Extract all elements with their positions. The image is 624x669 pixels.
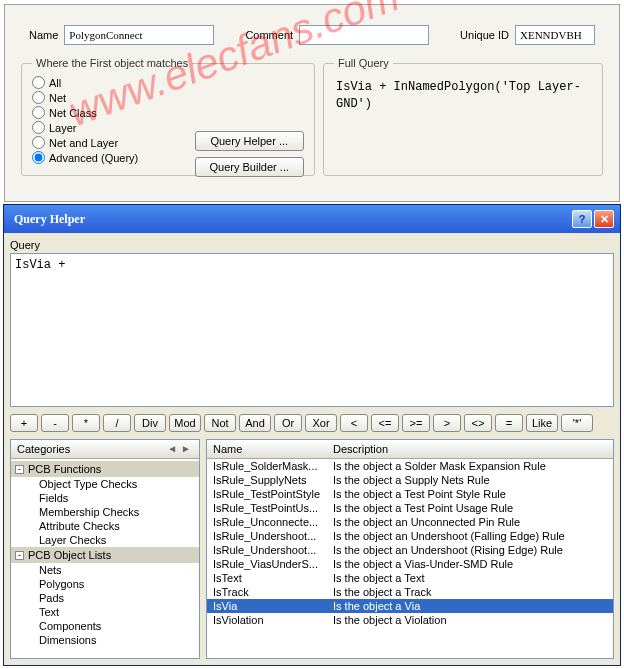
query-builder-button[interactable]: Query Builder ... <box>195 157 304 177</box>
op-button-Mod[interactable]: Mod <box>169 414 201 432</box>
tree-group[interactable]: -PCB Object Lists <box>11 547 199 563</box>
cell-name: IsRule_Undershoot... <box>213 544 333 556</box>
table-row[interactable]: IsRule_TestPointUs...Is the object a Tes… <box>207 501 613 515</box>
cell-name: IsRule_ViasUnderS... <box>213 558 333 570</box>
cell-name: IsRule_Undershoot... <box>213 530 333 542</box>
full-query-fieldset: Full Query IsVia + InNamedPolygon('Top L… <box>323 57 603 176</box>
tree-item[interactable]: Text <box>11 605 199 619</box>
tree-item[interactable]: Dimensions <box>11 633 199 647</box>
radio-all[interactable] <box>32 76 45 89</box>
table-pane: Name Description IsRule_SolderMask...Is … <box>206 439 614 659</box>
collapse-icon[interactable]: - <box>15 465 24 474</box>
op-button-[interactable]: + <box>10 414 38 432</box>
radio-layer[interactable] <box>32 121 45 134</box>
tree-group[interactable]: -PCB Functions <box>11 461 199 477</box>
table-row[interactable]: IsRule_Unconnecte...Is the object an Unc… <box>207 515 613 529</box>
op-button-Xor[interactable]: Xor <box>305 414 337 432</box>
op-button-[interactable]: - <box>41 414 69 432</box>
op-button-[interactable]: <= <box>371 414 399 432</box>
scroll-right-icon[interactable]: ► <box>179 443 193 455</box>
table-row[interactable]: IsTextIs the object a Text <box>207 571 613 585</box>
cell-name: IsTrack <box>213 586 333 598</box>
dialog-titlebar[interactable]: Query Helper ? ✕ <box>4 205 620 233</box>
categories-header: Categories <box>17 443 70 455</box>
table-row[interactable]: IsRule_Undershoot...Is the object an Und… <box>207 529 613 543</box>
table-row[interactable]: IsViaIs the object a Via <box>207 599 613 613</box>
cell-desc: Is the object a Test Point Style Rule <box>333 488 607 500</box>
unique-id-input[interactable] <box>515 25 595 45</box>
description-column-header[interactable]: Description <box>333 443 388 455</box>
table-row[interactable]: IsTrackIs the object a Track <box>207 585 613 599</box>
tree-group-label: PCB Functions <box>28 463 101 475</box>
tree-item[interactable]: Attribute Checks <box>11 519 199 533</box>
op-button-And[interactable]: And <box>239 414 271 432</box>
tree-item[interactable]: Polygons <box>11 577 199 591</box>
cell-desc: Is the object a Solder Mask Expansion Ru… <box>333 460 607 472</box>
query-helper-button[interactable]: Query Helper ... <box>195 131 304 151</box>
name-input[interactable] <box>64 25 214 45</box>
table-row[interactable]: IsRule_Undershoot...Is the object an Und… <box>207 543 613 557</box>
op-button-[interactable]: <> <box>464 414 492 432</box>
cell-desc: Is the object a Violation <box>333 614 607 626</box>
tree-item[interactable]: Fields <box>11 491 199 505</box>
tree-item[interactable]: Pads <box>11 591 199 605</box>
match-legend: Where the First object matches <box>32 57 192 69</box>
query-label: Query <box>10 239 614 251</box>
op-button-Div[interactable]: Div <box>134 414 166 432</box>
full-query-text: IsVia + InNamedPolygon('Top Layer-GND') <box>334 75 592 117</box>
radio-net[interactable] <box>32 91 45 104</box>
name-column-header[interactable]: Name <box>213 443 333 455</box>
cell-name: IsRule_Unconnecte... <box>213 516 333 528</box>
cell-desc: Is the object an Unconnected Pin Rule <box>333 516 607 528</box>
op-button-Like[interactable]: Like <box>526 414 558 432</box>
radio-netlayer[interactable] <box>32 136 45 149</box>
op-button-Or[interactable]: Or <box>274 414 302 432</box>
match-fieldset: Where the First object matches All Net N… <box>21 57 315 176</box>
table-row[interactable]: IsRule_SupplyNetsIs the object a Supply … <box>207 473 613 487</box>
cell-desc: Is the object an Undershoot (Rising Edge… <box>333 544 607 556</box>
cell-name: IsVia <box>213 600 333 612</box>
cell-name: IsRule_TestPointUs... <box>213 502 333 514</box>
tree-item[interactable]: Layer Checks <box>11 533 199 547</box>
tree-item[interactable]: Components <box>11 619 199 633</box>
cell-name: IsText <box>213 572 333 584</box>
op-button-[interactable]: >= <box>402 414 430 432</box>
unique-id-label: Unique ID <box>460 29 509 41</box>
cell-name: IsRule_TestPointStyle <box>213 488 333 500</box>
tree-item[interactable]: Nets <box>11 563 199 577</box>
table-row[interactable]: IsViolationIs the object a Violation <box>207 613 613 627</box>
cell-desc: Is the object a Supply Nets Rule <box>333 474 607 486</box>
table-row[interactable]: IsRule_ViasUnderS...Is the object a Vias… <box>207 557 613 571</box>
radio-netclass[interactable] <box>32 106 45 119</box>
dialog-title: Query Helper <box>14 212 85 227</box>
name-label: Name <box>29 29 58 41</box>
collapse-icon[interactable]: - <box>15 551 24 560</box>
op-button-[interactable]: = <box>495 414 523 432</box>
op-button-[interactable]: '*' <box>561 414 593 432</box>
cell-name: IsRule_SolderMask... <box>213 460 333 472</box>
op-button-[interactable]: * <box>72 414 100 432</box>
query-helper-dialog: Query Helper ? ✕ Query +-*/DivModNotAndO… <box>3 204 621 666</box>
query-textarea[interactable] <box>10 253 614 407</box>
op-button-[interactable]: / <box>103 414 131 432</box>
cell-desc: Is the object a Track <box>333 586 607 598</box>
help-icon[interactable]: ? <box>572 210 592 228</box>
scroll-left-icon[interactable]: ◄ <box>165 443 179 455</box>
table-row[interactable]: IsRule_TestPointStyleIs the object a Tes… <box>207 487 613 501</box>
op-button-[interactable]: > <box>433 414 461 432</box>
op-button-[interactable]: < <box>340 414 368 432</box>
table-row[interactable]: IsRule_SolderMask...Is the object a Sold… <box>207 459 613 473</box>
close-icon[interactable]: ✕ <box>594 210 614 228</box>
comment-input[interactable] <box>299 25 429 45</box>
categories-pane: Categories ◄ ► -PCB FunctionsObject Type… <box>10 439 200 659</box>
tree-group-label: PCB Object Lists <box>28 549 111 561</box>
cell-desc: Is the object a Vias-Under-SMD Rule <box>333 558 607 570</box>
op-button-Not[interactable]: Not <box>204 414 236 432</box>
tree-item[interactable]: Object Type Checks <box>11 477 199 491</box>
cell-desc: Is the object an Undershoot (Falling Edg… <box>333 530 607 542</box>
radio-advanced[interactable] <box>32 151 45 164</box>
cell-desc: Is the object a Via <box>333 600 607 612</box>
tree-item[interactable]: Membership Checks <box>11 505 199 519</box>
cell-name: IsViolation <box>213 614 333 626</box>
comment-label: Comment <box>245 29 293 41</box>
